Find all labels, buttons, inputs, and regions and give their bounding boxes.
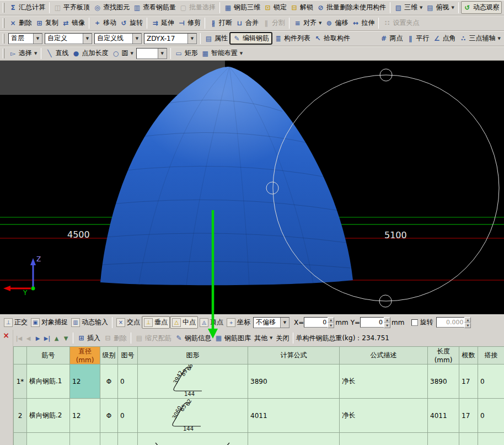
- cell-lap[interactable]: 0: [478, 399, 504, 433]
- linetype-select[interactable]: 自定义线▼: [94, 33, 142, 44]
- batch-delete-unused-button[interactable]: ⊘批量删除未使用构件: [315, 2, 388, 13]
- snap-perpendicular-toggle[interactable]: ⊥垂点: [142, 316, 170, 329]
- close-panel-icon[interactable]: ×: [2, 331, 10, 340]
- cell-length[interactable]: 4011: [428, 399, 459, 433]
- chevron-down-icon[interactable]: ▼: [319, 21, 321, 25]
- col-header-formula[interactable]: 计算公式: [248, 347, 340, 364]
- col-header-count[interactable]: 根数: [459, 347, 478, 364]
- edit-rebar-button[interactable]: ✎编辑钢筋: [229, 32, 272, 45]
- cell-figure[interactable]: 62 65 3060 144: [138, 399, 248, 433]
- smart-layout-button[interactable]: ▦智能布置▼: [200, 47, 244, 59]
- mirror-button[interactable]: ⇄镜像: [60, 17, 87, 29]
- col-header-name[interactable]: 筋号: [27, 347, 70, 364]
- cell-level[interactable]: Φ: [100, 399, 118, 433]
- col-header-figure[interactable]: 图形: [138, 347, 248, 364]
- cell-count[interactable]: 17: [459, 399, 478, 433]
- spin-down-icon[interactable]: ▼: [384, 323, 390, 328]
- cell-formula[interactable]: 11.9*d+163+11.9*d: [248, 433, 340, 445]
- pick-element-button[interactable]: ↖拾取构件: [312, 33, 352, 44]
- top-view-button[interactable]: ▤俯视▼: [424, 2, 455, 13]
- offset-mode-select[interactable]: 不偏移▼: [253, 317, 289, 328]
- snap-midpoint-toggle[interactable]: △中点: [170, 316, 198, 329]
- cell-diameter[interactable]: 12: [70, 399, 100, 433]
- col-header-diameter[interactable]: 直径(mm): [70, 347, 100, 364]
- move-button[interactable]: ＋移动: [92, 17, 118, 29]
- circle-param-select[interactable]: ▼: [136, 48, 167, 59]
- x-spinner[interactable]: ▲▼: [328, 317, 334, 328]
- break-button[interactable]: ∦打断: [207, 17, 234, 29]
- coordinate-toggle[interactable]: ＋坐标: [225, 317, 252, 328]
- cell-formula[interactable]: 3890: [248, 364, 340, 399]
- rotate-spinner[interactable]: ▲▼: [464, 317, 471, 328]
- cell-length[interactable]: 353: [428, 433, 459, 445]
- row-number[interactable]: 2: [14, 399, 27, 433]
- toolbar-grip[interactable]: [3, 34, 4, 44]
- cell-formula-desc[interactable]: 净长: [340, 399, 428, 433]
- spin-up-icon[interactable]: ▲: [328, 317, 334, 323]
- cell-formula-desc[interactable]: 净长: [340, 364, 428, 399]
- object-snap-toggle[interactable]: ▣对象捕捉: [29, 317, 69, 328]
- col-header-figno[interactable]: 图号: [118, 347, 138, 364]
- x-coordinate-input[interactable]: [304, 317, 328, 328]
- rotate-angle-input[interactable]: [436, 317, 465, 328]
- col-header-length[interactable]: 长度(mm): [428, 347, 459, 364]
- toolbar-grip[interactable]: [3, 18, 4, 28]
- view-rebar-qty-button[interactable]: ▥查看钢筋量: [131, 2, 178, 13]
- rectangle-tool-button[interactable]: ▭矩形: [173, 47, 200, 59]
- point-length-tool-button[interactable]: ●点加长度: [70, 47, 110, 59]
- chevron-down-icon[interactable]: ▼: [451, 6, 454, 10]
- 3d-viewport[interactable]: 4500 5100 Z Y: [0, 61, 504, 314]
- lock-button[interactable]: ⊡锁定: [262, 2, 288, 13]
- cell-figno[interactable]: 0: [118, 364, 138, 399]
- cell-figno[interactable]: 485: [118, 433, 138, 445]
- spin-down-icon[interactable]: ▼: [328, 323, 334, 328]
- extend-button[interactable]: ⇉延伸: [149, 17, 176, 29]
- cell-lap[interactable]: 0: [478, 364, 504, 399]
- col-header-lap[interactable]: 搭接: [478, 347, 504, 364]
- chevron-down-icon[interactable]: ▼: [498, 36, 501, 41]
- element-select[interactable]: ZDYX-17▼: [144, 33, 197, 44]
- chevron-down-icon[interactable]: ▼: [420, 6, 422, 10]
- cell-diameter[interactable]: 8: [70, 433, 100, 445]
- rebar-info-button[interactable]: ✎钢筋信息: [173, 333, 213, 344]
- cell-diameter-selected[interactable]: 12: [70, 364, 100, 399]
- chevron-down-icon[interactable]: ▼: [270, 336, 272, 340]
- properties-button[interactable]: ▤属性: [203, 33, 229, 44]
- two-point-axis-button[interactable]: #两点: [378, 33, 405, 44]
- chevron-down-icon[interactable]: ▼: [187, 34, 196, 44]
- y-coordinate-input[interactable]: [360, 317, 384, 328]
- move-row-down-button[interactable]: ▼: [61, 334, 71, 342]
- delete-button[interactable]: ×删除: [7, 17, 34, 29]
- y-spinner[interactable]: ▲▼: [384, 317, 390, 328]
- cell-figure[interactable]: 68 89 3942 144: [138, 364, 248, 399]
- rotate-button[interactable]: ↺旋转: [118, 17, 144, 29]
- circle-tool-button[interactable]: ○圆▼: [110, 47, 135, 59]
- unlock-button[interactable]: ⊟解锁: [288, 2, 315, 13]
- stretch-button[interactable]: ↔拉伸: [350, 17, 376, 29]
- category-select[interactable]: 自定义▼: [45, 33, 92, 44]
- cell-lap[interactable]: 0: [478, 433, 504, 445]
- toolbar-grip[interactable]: [3, 49, 4, 58]
- cell-figure[interactable]: 163: [138, 433, 248, 445]
- chevron-down-icon[interactable]: ▼: [130, 51, 133, 56]
- flush-slab-top-button[interactable]: ◫平齐板顶: [52, 2, 92, 13]
- dynamic-orbit-button[interactable]: ↺动态观察: [461, 1, 502, 14]
- rebar-library-button[interactable]: ▦钢筋图库: [213, 333, 253, 344]
- other-menu-button[interactable]: 其他▼: [253, 333, 274, 344]
- next-record-button[interactable]: ▶: [33, 334, 42, 342]
- align-button[interactable]: ≡对齐▼: [292, 17, 323, 29]
- cell-name[interactable]: 横向钢筋.1: [27, 364, 70, 399]
- line-tool-button[interactable]: ╲直线: [44, 47, 70, 59]
- copy-button[interactable]: ⊞复制: [34, 17, 60, 29]
- move-row-up-button[interactable]: ▲: [52, 334, 61, 342]
- close-panel-button[interactable]: 关闭: [274, 333, 291, 344]
- chevron-down-icon[interactable]: ▼: [280, 318, 289, 328]
- element-list-button[interactable]: ≣构件列表: [272, 33, 312, 44]
- ortho-toggle[interactable]: ⊥正交: [2, 317, 29, 328]
- rotate-checkbox[interactable]: [411, 319, 418, 326]
- cell-length[interactable]: 3890: [428, 364, 459, 399]
- spin-up-icon[interactable]: ▲: [384, 317, 390, 323]
- row-number[interactable]: 1*: [14, 364, 27, 399]
- col-header-formula-desc[interactable]: 公式描述: [340, 347, 428, 364]
- cell-count[interactable]: 17: [459, 364, 478, 399]
